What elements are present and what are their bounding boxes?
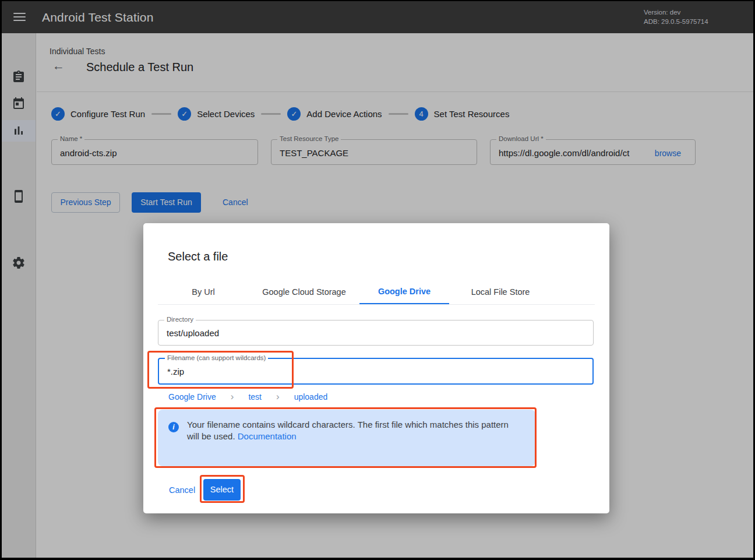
- dialog-title: Select a file: [168, 250, 228, 263]
- documentation-link[interactable]: Documentation: [238, 431, 297, 441]
- dialog-select-button[interactable]: Select: [203, 479, 241, 501]
- directory-field: Directory: [158, 320, 594, 346]
- info-icon: i: [168, 422, 179, 432]
- tab-google-drive[interactable]: Google Drive: [359, 279, 449, 304]
- select-file-dialog: Select a file By Url Google Cloud Storag…: [143, 223, 609, 513]
- breadcrumb-uploaded[interactable]: uploaded: [294, 392, 328, 401]
- drive-breadcrumb: Google Drive › test › uploaded: [168, 391, 327, 403]
- filename-input[interactable]: [167, 367, 575, 376]
- directory-field-label: Directory: [164, 316, 196, 323]
- dialog-tabbar: By Url Google Cloud Storage Google Drive…: [158, 279, 595, 305]
- alert-message: Your filename contains wildcard characte…: [187, 419, 514, 442]
- breadcrumb-test[interactable]: test: [248, 392, 262, 401]
- alert-message-text: Your filename contains wildcard characte…: [187, 420, 509, 441]
- dialog-cancel-button[interactable]: Cancel: [165, 480, 199, 501]
- tab-google-cloud-storage[interactable]: Google Cloud Storage: [249, 279, 359, 304]
- tab-local-file-store[interactable]: Local File Store: [449, 279, 552, 304]
- filename-field: Filename (can support wildcards): [158, 358, 594, 385]
- tab-by-url[interactable]: By Url: [158, 279, 249, 304]
- screen: Android Test Station Version: dev ADB: 2…: [0, 0, 755, 560]
- chevron-right-icon: ›: [276, 391, 280, 403]
- directory-input[interactable]: [167, 328, 574, 338]
- chevron-right-icon: ›: [231, 391, 234, 403]
- wildcard-info-alert: i Your filename contains wildcard charac…: [158, 410, 535, 466]
- filename-field-label: Filename (can support wildcards): [165, 354, 268, 361]
- breadcrumb-google-drive[interactable]: Google Drive: [168, 392, 216, 401]
- app-window: Android Test Station Version: dev ADB: 2…: [2, 1, 753, 558]
